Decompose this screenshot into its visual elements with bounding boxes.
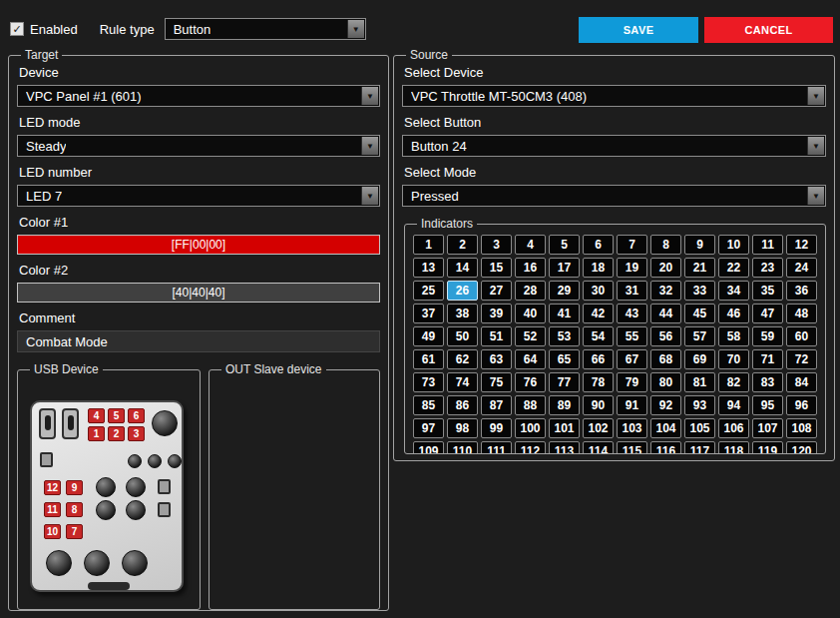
indicator-button-82[interactable]: 82: [718, 372, 749, 392]
indicator-button-87[interactable]: 87: [481, 395, 512, 415]
indicator-button-44[interactable]: 44: [650, 304, 681, 323]
indicator-button-49[interactable]: 49: [413, 326, 444, 346]
indicator-button-43[interactable]: 43: [617, 304, 647, 323]
indicator-button-104[interactable]: 104: [650, 418, 681, 438]
chevron-down-icon[interactable]: ▼: [807, 137, 824, 155]
indicator-button-29[interactable]: 29: [549, 281, 580, 301]
indicator-button-39[interactable]: 39: [481, 304, 512, 323]
indicator-button-53[interactable]: 53: [549, 326, 580, 346]
indicator-button-47[interactable]: 47: [752, 304, 783, 323]
indicator-button-27[interactable]: 27: [481, 281, 512, 301]
chevron-down-icon[interactable]: ▼: [347, 20, 364, 38]
indicator-button-70[interactable]: 70: [718, 349, 749, 369]
indicator-button-40[interactable]: 40: [515, 304, 546, 323]
chevron-down-icon[interactable]: ▼: [361, 137, 378, 155]
color2-bar[interactable]: [40|40|40]: [17, 283, 380, 303]
indicator-button-111[interactable]: 111: [481, 441, 512, 454]
indicator-button-41[interactable]: 41: [549, 304, 580, 323]
indicator-button-5[interactable]: 5: [549, 235, 580, 255]
rule-type-select[interactable]: Button ▼: [165, 18, 366, 40]
indicator-button-9[interactable]: 9: [684, 235, 715, 255]
indicator-button-54[interactable]: 54: [583, 326, 614, 346]
indicator-button-52[interactable]: 52: [515, 326, 546, 346]
indicator-button-45[interactable]: 45: [684, 304, 715, 323]
cancel-button[interactable]: CANCEL: [704, 17, 833, 43]
indicator-button-36[interactable]: 36: [786, 281, 817, 301]
enabled-checkbox[interactable]: ✓: [10, 22, 24, 36]
indicator-button-62[interactable]: 62: [447, 349, 478, 369]
indicator-button-15[interactable]: 15: [481, 258, 512, 278]
indicator-button-23[interactable]: 23: [752, 258, 783, 278]
indicator-button-51[interactable]: 51: [481, 326, 512, 346]
chevron-down-icon[interactable]: ▼: [807, 187, 824, 205]
led-number-select[interactable]: LED 7 ▼: [17, 185, 380, 207]
led-mode-select[interactable]: Steady ▼: [17, 135, 380, 157]
indicator-button-25[interactable]: 25: [413, 281, 444, 301]
indicator-button-102[interactable]: 102: [583, 418, 614, 438]
indicator-button-56[interactable]: 56: [650, 326, 681, 346]
indicator-button-4[interactable]: 4: [515, 235, 546, 255]
indicator-button-6[interactable]: 6: [583, 235, 614, 255]
indicator-button-106[interactable]: 106: [718, 418, 749, 438]
device-select[interactable]: VPC Panel #1 (601) ▼: [17, 85, 380, 107]
indicator-button-42[interactable]: 42: [583, 304, 614, 323]
indicator-button-83[interactable]: 83: [752, 372, 783, 392]
indicator-button-20[interactable]: 20: [650, 258, 681, 278]
indicator-button-28[interactable]: 28: [515, 281, 546, 301]
indicator-button-73[interactable]: 73: [413, 372, 444, 392]
source-button-select[interactable]: Button 24 ▼: [402, 135, 826, 157]
indicator-button-63[interactable]: 63: [481, 349, 512, 369]
indicator-button-89[interactable]: 89: [549, 395, 580, 415]
indicator-button-21[interactable]: 21: [684, 258, 715, 278]
color1-bar[interactable]: [FF|00|00]: [17, 235, 380, 255]
indicator-button-26[interactable]: 26: [447, 281, 478, 301]
indicator-button-69[interactable]: 69: [684, 349, 715, 369]
chevron-down-icon[interactable]: ▼: [361, 187, 378, 205]
indicator-button-118[interactable]: 118: [718, 441, 749, 454]
source-mode-select[interactable]: Pressed ▼: [402, 185, 826, 207]
indicator-button-86[interactable]: 86: [447, 395, 478, 415]
comment-input[interactable]: [17, 330, 380, 352]
indicator-button-60[interactable]: 60: [786, 326, 817, 346]
indicator-button-110[interactable]: 110: [447, 441, 478, 454]
indicator-button-119[interactable]: 119: [752, 441, 783, 454]
indicator-button-46[interactable]: 46: [718, 304, 749, 323]
indicator-button-76[interactable]: 76: [515, 372, 546, 392]
indicator-button-7[interactable]: 7: [617, 235, 647, 255]
indicator-button-96[interactable]: 96: [786, 395, 817, 415]
indicator-button-116[interactable]: 116: [650, 441, 681, 454]
indicator-button-34[interactable]: 34: [718, 281, 749, 301]
indicator-button-58[interactable]: 58: [718, 326, 749, 346]
indicator-button-81[interactable]: 81: [684, 372, 715, 392]
indicator-button-35[interactable]: 35: [752, 281, 783, 301]
indicator-button-85[interactable]: 85: [413, 395, 444, 415]
indicator-button-78[interactable]: 78: [583, 372, 614, 392]
indicator-button-68[interactable]: 68: [650, 349, 681, 369]
indicator-button-98[interactable]: 98: [447, 418, 478, 438]
indicator-button-91[interactable]: 91: [617, 395, 647, 415]
indicator-button-113[interactable]: 113: [549, 441, 580, 454]
indicator-button-30[interactable]: 30: [583, 281, 614, 301]
indicator-button-22[interactable]: 22: [718, 258, 749, 278]
indicator-button-31[interactable]: 31: [617, 281, 647, 301]
indicator-button-112[interactable]: 112: [515, 441, 546, 454]
indicator-button-79[interactable]: 79: [617, 372, 647, 392]
indicator-button-33[interactable]: 33: [684, 281, 715, 301]
indicator-button-50[interactable]: 50: [447, 326, 478, 346]
indicator-button-10[interactable]: 10: [718, 235, 749, 255]
indicator-button-72[interactable]: 72: [786, 349, 817, 369]
indicator-button-61[interactable]: 61: [413, 349, 444, 369]
indicator-button-99[interactable]: 99: [481, 418, 512, 438]
indicator-button-93[interactable]: 93: [684, 395, 715, 415]
indicator-button-17[interactable]: 17: [549, 258, 580, 278]
indicator-button-3[interactable]: 3: [481, 235, 512, 255]
indicator-button-101[interactable]: 101: [549, 418, 580, 438]
indicator-button-71[interactable]: 71: [752, 349, 783, 369]
chevron-down-icon[interactable]: ▼: [361, 87, 378, 105]
indicator-button-55[interactable]: 55: [617, 326, 647, 346]
indicator-button-8[interactable]: 8: [650, 235, 681, 255]
indicator-button-94[interactable]: 94: [718, 395, 749, 415]
indicator-button-103[interactable]: 103: [617, 418, 647, 438]
indicator-button-115[interactable]: 115: [617, 441, 647, 454]
indicator-button-97[interactable]: 97: [413, 418, 444, 438]
